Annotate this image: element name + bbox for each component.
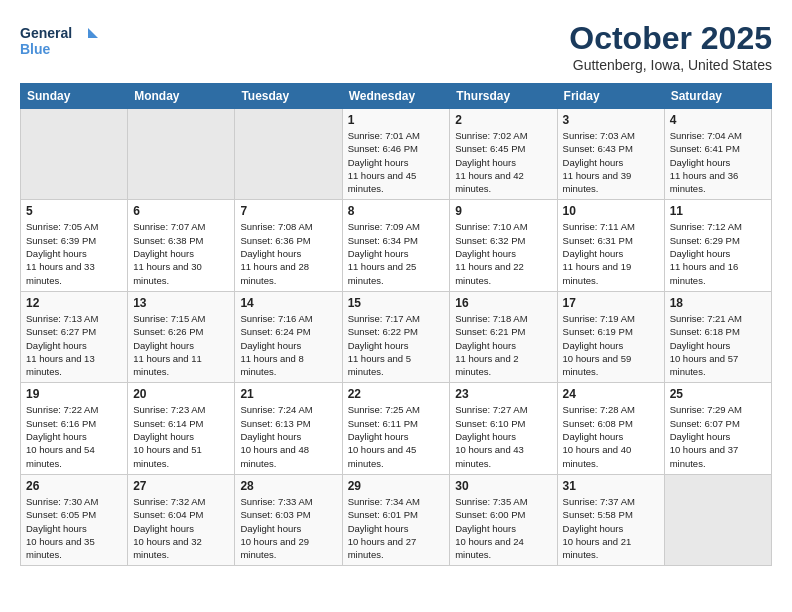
table-cell: 15Sunrise: 7:17 AMSunset: 6:22 PMDayligh… xyxy=(342,291,450,382)
col-monday: Monday xyxy=(128,84,235,109)
table-cell: 2Sunrise: 7:02 AMSunset: 6:45 PMDaylight… xyxy=(450,109,557,200)
day-number: 15 xyxy=(348,296,445,310)
day-number: 19 xyxy=(26,387,122,401)
day-info: Sunrise: 7:17 AMSunset: 6:22 PMDaylight … xyxy=(348,312,445,378)
day-number: 1 xyxy=(348,113,445,127)
day-info: Sunrise: 7:01 AMSunset: 6:46 PMDaylight … xyxy=(348,129,445,195)
logo: General Blue xyxy=(20,20,100,62)
day-info: Sunrise: 7:37 AMSunset: 5:58 PMDaylight … xyxy=(563,495,659,561)
day-number: 11 xyxy=(670,204,766,218)
calendar-header-row: Sunday Monday Tuesday Wednesday Thursday… xyxy=(21,84,772,109)
table-cell: 17Sunrise: 7:19 AMSunset: 6:19 PMDayligh… xyxy=(557,291,664,382)
day-info: Sunrise: 7:28 AMSunset: 6:08 PMDaylight … xyxy=(563,403,659,469)
day-info: Sunrise: 7:12 AMSunset: 6:29 PMDaylight … xyxy=(670,220,766,286)
svg-text:General: General xyxy=(20,25,72,41)
day-info: Sunrise: 7:16 AMSunset: 6:24 PMDaylight … xyxy=(240,312,336,378)
day-number: 24 xyxy=(563,387,659,401)
day-number: 14 xyxy=(240,296,336,310)
day-number: 8 xyxy=(348,204,445,218)
calendar-week-2: 5Sunrise: 7:05 AMSunset: 6:39 PMDaylight… xyxy=(21,200,772,291)
day-info: Sunrise: 7:32 AMSunset: 6:04 PMDaylight … xyxy=(133,495,229,561)
table-cell: 1Sunrise: 7:01 AMSunset: 6:46 PMDaylight… xyxy=(342,109,450,200)
day-info: Sunrise: 7:22 AMSunset: 6:16 PMDaylight … xyxy=(26,403,122,469)
day-number: 31 xyxy=(563,479,659,493)
day-number: 28 xyxy=(240,479,336,493)
day-number: 23 xyxy=(455,387,551,401)
table-cell: 19Sunrise: 7:22 AMSunset: 6:16 PMDayligh… xyxy=(21,383,128,474)
day-info: Sunrise: 7:02 AMSunset: 6:45 PMDaylight … xyxy=(455,129,551,195)
day-info: Sunrise: 7:03 AMSunset: 6:43 PMDaylight … xyxy=(563,129,659,195)
table-cell: 11Sunrise: 7:12 AMSunset: 6:29 PMDayligh… xyxy=(664,200,771,291)
calendar-week-3: 12Sunrise: 7:13 AMSunset: 6:27 PMDayligh… xyxy=(21,291,772,382)
table-cell: 4Sunrise: 7:04 AMSunset: 6:41 PMDaylight… xyxy=(664,109,771,200)
svg-marker-2 xyxy=(88,28,98,38)
table-cell: 6Sunrise: 7:07 AMSunset: 6:38 PMDaylight… xyxy=(128,200,235,291)
day-number: 10 xyxy=(563,204,659,218)
table-cell xyxy=(235,109,342,200)
day-info: Sunrise: 7:11 AMSunset: 6:31 PMDaylight … xyxy=(563,220,659,286)
calendar-week-4: 19Sunrise: 7:22 AMSunset: 6:16 PMDayligh… xyxy=(21,383,772,474)
table-cell: 22Sunrise: 7:25 AMSunset: 6:11 PMDayligh… xyxy=(342,383,450,474)
table-cell: 26Sunrise: 7:30 AMSunset: 6:05 PMDayligh… xyxy=(21,474,128,565)
day-number: 20 xyxy=(133,387,229,401)
day-info: Sunrise: 7:19 AMSunset: 6:19 PMDaylight … xyxy=(563,312,659,378)
table-cell: 13Sunrise: 7:15 AMSunset: 6:26 PMDayligh… xyxy=(128,291,235,382)
day-info: Sunrise: 7:35 AMSunset: 6:00 PMDaylight … xyxy=(455,495,551,561)
col-saturday: Saturday xyxy=(664,84,771,109)
table-cell: 10Sunrise: 7:11 AMSunset: 6:31 PMDayligh… xyxy=(557,200,664,291)
day-number: 30 xyxy=(455,479,551,493)
day-number: 13 xyxy=(133,296,229,310)
table-cell: 3Sunrise: 7:03 AMSunset: 6:43 PMDaylight… xyxy=(557,109,664,200)
table-cell: 28Sunrise: 7:33 AMSunset: 6:03 PMDayligh… xyxy=(235,474,342,565)
table-cell: 31Sunrise: 7:37 AMSunset: 5:58 PMDayligh… xyxy=(557,474,664,565)
col-tuesday: Tuesday xyxy=(235,84,342,109)
table-cell: 21Sunrise: 7:24 AMSunset: 6:13 PMDayligh… xyxy=(235,383,342,474)
logo-svg: General Blue xyxy=(20,20,100,62)
day-number: 17 xyxy=(563,296,659,310)
table-cell: 14Sunrise: 7:16 AMSunset: 6:24 PMDayligh… xyxy=(235,291,342,382)
table-cell: 30Sunrise: 7:35 AMSunset: 6:00 PMDayligh… xyxy=(450,474,557,565)
table-cell: 20Sunrise: 7:23 AMSunset: 6:14 PMDayligh… xyxy=(128,383,235,474)
day-number: 9 xyxy=(455,204,551,218)
day-number: 25 xyxy=(670,387,766,401)
day-number: 22 xyxy=(348,387,445,401)
table-cell: 9Sunrise: 7:10 AMSunset: 6:32 PMDaylight… xyxy=(450,200,557,291)
table-cell: 5Sunrise: 7:05 AMSunset: 6:39 PMDaylight… xyxy=(21,200,128,291)
day-info: Sunrise: 7:13 AMSunset: 6:27 PMDaylight … xyxy=(26,312,122,378)
calendar-week-1: 1Sunrise: 7:01 AMSunset: 6:46 PMDaylight… xyxy=(21,109,772,200)
location: Guttenberg, Iowa, United States xyxy=(569,57,772,73)
day-number: 12 xyxy=(26,296,122,310)
day-number: 26 xyxy=(26,479,122,493)
table-cell: 7Sunrise: 7:08 AMSunset: 6:36 PMDaylight… xyxy=(235,200,342,291)
table-cell xyxy=(664,474,771,565)
day-info: Sunrise: 7:04 AMSunset: 6:41 PMDaylight … xyxy=(670,129,766,195)
day-number: 6 xyxy=(133,204,229,218)
table-cell: 18Sunrise: 7:21 AMSunset: 6:18 PMDayligh… xyxy=(664,291,771,382)
svg-text:Blue: Blue xyxy=(20,41,51,57)
col-wednesday: Wednesday xyxy=(342,84,450,109)
table-cell: 12Sunrise: 7:13 AMSunset: 6:27 PMDayligh… xyxy=(21,291,128,382)
col-friday: Friday xyxy=(557,84,664,109)
day-info: Sunrise: 7:07 AMSunset: 6:38 PMDaylight … xyxy=(133,220,229,286)
table-cell: 16Sunrise: 7:18 AMSunset: 6:21 PMDayligh… xyxy=(450,291,557,382)
table-cell: 25Sunrise: 7:29 AMSunset: 6:07 PMDayligh… xyxy=(664,383,771,474)
col-thursday: Thursday xyxy=(450,84,557,109)
day-info: Sunrise: 7:24 AMSunset: 6:13 PMDaylight … xyxy=(240,403,336,469)
table-cell: 29Sunrise: 7:34 AMSunset: 6:01 PMDayligh… xyxy=(342,474,450,565)
day-info: Sunrise: 7:29 AMSunset: 6:07 PMDaylight … xyxy=(670,403,766,469)
day-number: 2 xyxy=(455,113,551,127)
day-number: 18 xyxy=(670,296,766,310)
col-sunday: Sunday xyxy=(21,84,128,109)
day-info: Sunrise: 7:34 AMSunset: 6:01 PMDaylight … xyxy=(348,495,445,561)
day-number: 21 xyxy=(240,387,336,401)
day-info: Sunrise: 7:10 AMSunset: 6:32 PMDaylight … xyxy=(455,220,551,286)
title-block: October 2025 Guttenberg, Iowa, United St… xyxy=(569,20,772,73)
table-cell xyxy=(128,109,235,200)
table-cell: 8Sunrise: 7:09 AMSunset: 6:34 PMDaylight… xyxy=(342,200,450,291)
table-cell: 24Sunrise: 7:28 AMSunset: 6:08 PMDayligh… xyxy=(557,383,664,474)
day-number: 4 xyxy=(670,113,766,127)
table-cell xyxy=(21,109,128,200)
day-number: 16 xyxy=(455,296,551,310)
day-info: Sunrise: 7:18 AMSunset: 6:21 PMDaylight … xyxy=(455,312,551,378)
day-info: Sunrise: 7:15 AMSunset: 6:26 PMDaylight … xyxy=(133,312,229,378)
